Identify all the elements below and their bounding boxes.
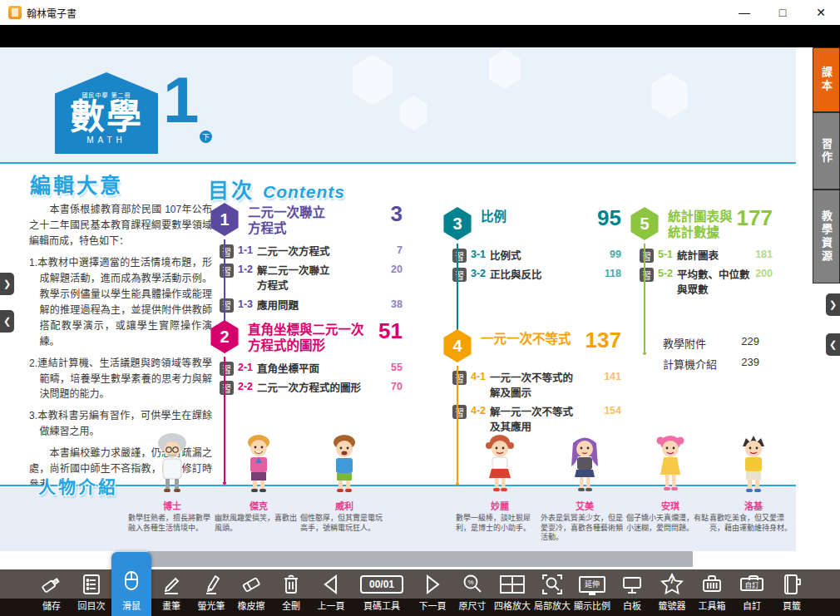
- toc-entry: 習 3-1 比例式 99: [452, 249, 621, 264]
- chapter-title: 二元一次聯立 方程式: [248, 205, 325, 236]
- workbook-badge: 習: [220, 244, 234, 259]
- region-zoom-button[interactable]: 局部放大: [532, 569, 572, 616]
- back-to-contents-button[interactable]: 回目次: [72, 569, 111, 616]
- maximize-button[interactable]: □: [763, 0, 802, 25]
- zoom-percent-icon: %: [452, 569, 492, 599]
- tab-workbook[interactable]: 習作: [813, 112, 840, 190]
- toc-entry: 習 4-1 一元一次不等式的 解及圖示 141: [452, 371, 621, 401]
- four-grid-icon: [492, 569, 532, 599]
- character-name: 安琪: [626, 499, 714, 512]
- close-button[interactable]: ✕: [802, 0, 840, 25]
- character-description: 幽默風趣愛搞笑，喜歡出風頭。: [215, 514, 303, 533]
- chapter-number-hex: 1: [210, 203, 240, 236]
- chapter-page: 177: [737, 207, 773, 229]
- mouse-tool-button[interactable]: 滑鼠: [111, 552, 151, 616]
- horizontal-scrollbar[interactable]: [147, 551, 693, 567]
- appendix-entry: 計算機介紹 239: [663, 356, 759, 372]
- tab-textbook[interactable]: 課本: [813, 47, 840, 112]
- custom-toolbox-icon: 自訂: [740, 578, 763, 591]
- character-name: 艾美: [541, 499, 629, 512]
- editorial-paragraph: 1.本教材中選擇適當的生活情境布題，形成解題活動，進而成為教學活動示例。教學示例…: [29, 255, 212, 350]
- character-amy: 艾美 外表是氣質美少女，但是愛耍冷，喜歡各種藝術類活動。: [541, 431, 629, 543]
- chapter-number-hex: 2: [210, 320, 240, 353]
- workbook-badge: 習: [452, 405, 467, 419]
- page-tab-button[interactable]: 頁籤: [772, 569, 812, 616]
- toolbox-icon: [692, 569, 732, 599]
- left-panel-collapse-arrow[interactable]: ❮: [0, 310, 14, 333]
- character-illustration: [321, 431, 368, 495]
- character-illustration: [149, 431, 195, 495]
- eraser-tool-button[interactable]: 橡皮擦: [231, 569, 271, 616]
- character-illustration: [235, 431, 282, 495]
- right-panel-collapse-arrow[interactable]: ❮: [826, 333, 840, 356]
- toc-heading-zh: 目次: [208, 174, 254, 204]
- next-page-button[interactable]: 下一頁: [413, 569, 452, 616]
- character-name: 妙麗: [456, 499, 544, 512]
- hexagon-decoration: [349, 54, 396, 106]
- character-willy: 威利 個性憨厚，但其實是電玩高手，號稱電玩狂人。: [300, 431, 388, 533]
- workbook-badge: 習: [452, 268, 467, 282]
- pen-tool-button[interactable]: 畫筆: [151, 569, 191, 616]
- character-name: 洛基: [709, 499, 798, 512]
- character-name: 威利: [300, 499, 388, 512]
- tab-teaching-resources[interactable]: 教學資源: [813, 190, 840, 283]
- volume-number: 1: [163, 67, 199, 132]
- page-indicator[interactable]: 00/01: [360, 575, 403, 594]
- display-ratio-button[interactable]: 延伸 顯示比例: [572, 569, 612, 616]
- display-ratio-icon: 延伸: [579, 576, 605, 593]
- highlighter-tool-button[interactable]: 螢光筆: [191, 569, 231, 616]
- resource-tabs: 課本 習作 教學資源: [813, 47, 840, 283]
- character-doctor: 博士 數學狂熱者，擅長將數學融入各種生活情境中。: [128, 431, 216, 533]
- character-miaoli: 妙麗 數學一級棒，談吐狠犀利，是博士的小助手。: [456, 431, 544, 533]
- number-picker-button[interactable]: 7 籤號器: [652, 569, 692, 616]
- toc-entry: 習 1-1 二元一次方程式 7: [220, 244, 403, 259]
- workbook-badge: 習: [452, 249, 467, 263]
- eraser-icon: [231, 569, 271, 599]
- workbook-badge: 習: [452, 371, 467, 385]
- hexagon-decoration: [487, 49, 523, 89]
- original-size-button[interactable]: % 原尺寸: [452, 569, 492, 616]
- character-illustration: [561, 431, 608, 495]
- chapter-title: 直角坐標與二元一次 方程式的圖形: [248, 323, 364, 353]
- character-intro-heading: 人物介紹: [38, 473, 118, 498]
- whiteboard-button[interactable]: 白板: [612, 569, 652, 616]
- delete-all-button[interactable]: 全刪: [271, 569, 311, 616]
- chapter-2-block: 2 直角坐標與二元一次 方程式的圖形 51 習 2-1 直角坐標平面 55 習 …: [210, 320, 403, 400]
- character-name: 傑克: [215, 499, 303, 512]
- volume-suffix-badge: 下: [200, 131, 212, 143]
- four-grid-zoom-button[interactable]: 四格放大: [492, 569, 532, 616]
- character-description: 個性憨厚，但其實是電玩高手，號稱電玩狂人。: [300, 514, 388, 533]
- workbook-badge: 習: [220, 298, 234, 313]
- chapter-title: 統計圖表與 統計數據: [668, 209, 733, 240]
- chapter-number-hex: 5: [630, 207, 660, 240]
- hexagon-decoration: [398, 96, 429, 131]
- chapter-5-block: 5 統計圖表與 統計數據 177 習 5-1 統計圖表 181 習 5-2 平均…: [630, 207, 773, 303]
- trash-icon: [271, 569, 311, 599]
- character-description: 個子嬌小天真爛漫，有點小迷糊，愛問問題。: [626, 514, 714, 533]
- right-panel-expand-arrow[interactable]: ❯: [826, 293, 840, 316]
- chapter-page: 95: [597, 207, 621, 229]
- previous-page-button[interactable]: 上一頁: [311, 569, 351, 616]
- toolbox-button[interactable]: 工具箱: [692, 569, 732, 616]
- whiteboard-icon: [612, 569, 652, 599]
- chapter-title: 比例: [481, 209, 506, 225]
- next-page-icon: [413, 569, 452, 599]
- character-description: 數學狂熱者，擅長將數學融入各種生活情境中。: [128, 514, 216, 533]
- workbook-badge: 習: [220, 381, 234, 395]
- toc-entry: 習 1-3 應用問題 38: [220, 298, 403, 313]
- left-panel-expand-arrow[interactable]: ❯: [0, 273, 14, 295]
- character-description: 數學一級棒，談吐狠犀利，是博士的小助手。: [456, 514, 544, 533]
- toc-entry: 習 3-2 正比與反比 118: [452, 268, 621, 283]
- save-button[interactable]: 儲存: [32, 569, 72, 616]
- prev-page-icon: [311, 569, 351, 599]
- pen-icon: [151, 569, 191, 599]
- chapter-page: 137: [586, 329, 621, 351]
- character-description: 喜歡吃美食，但又愛漂亮，藉由運動維持身材。: [709, 514, 798, 533]
- page-number-tool[interactable]: 00/01 頁碼工具: [351, 569, 413, 616]
- toc-entry: 習 5-2 平均數、中位數 與眾數 200: [640, 268, 773, 298]
- minimize-button[interactable]: —: [725, 0, 763, 25]
- chapter-page: 51: [378, 320, 403, 342]
- number-picker-star-icon: 7: [660, 573, 684, 596]
- custom-button[interactable]: 自訂 自訂: [732, 569, 772, 616]
- mouse-icon: [111, 564, 151, 599]
